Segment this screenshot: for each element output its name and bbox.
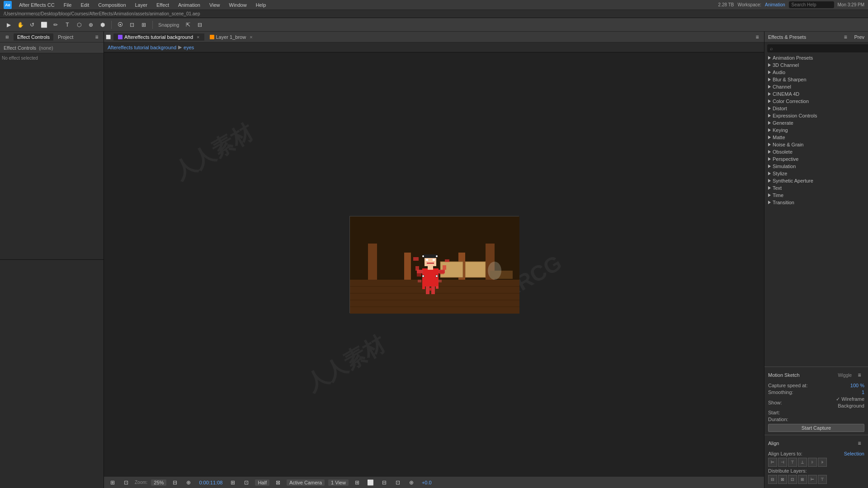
dist-center-h[interactable]: ⊠ — [778, 475, 787, 484]
dist-left[interactable]: ⊟ — [768, 475, 777, 484]
close-tab-1[interactable]: × — [197, 34, 199, 40]
expand-icon — [768, 85, 771, 89]
prev-ctrl-c[interactable]: ⊞ — [228, 478, 238, 488]
menu-edit[interactable]: Edit — [77, 1, 93, 9]
effect-group-animation-presets[interactable]: Animation Presets — [764, 54, 868, 61]
dist-top[interactable]: ⊞ — [798, 475, 807, 484]
prev-ctrl-region[interactable]: ⊡ — [121, 478, 131, 488]
effect-group-cinema4d[interactable]: CINEMA 4D — [764, 90, 868, 98]
camera-display[interactable]: Active Camera — [287, 479, 325, 486]
align-center-v[interactable]: ⊦ — [808, 458, 817, 467]
effect-group-keying[interactable]: Keying — [764, 127, 868, 134]
align-top[interactable]: ⊥ — [798, 458, 807, 467]
hand-tool[interactable]: ✋ — [15, 20, 25, 30]
prev-ctrl-h[interactable]: ⊟ — [379, 478, 389, 488]
quality-display[interactable]: Half — [255, 479, 269, 486]
watermark-1: 人人素材 — [169, 117, 258, 186]
effect-group-simulation[interactable]: Simulation — [764, 163, 868, 170]
menu-aftereffects[interactable]: After Effects CC — [15, 1, 58, 9]
dist-bottom[interactable]: ⊤ — [818, 475, 827, 484]
effect-controls-tab[interactable]: Effect Controls — [14, 33, 53, 41]
prev-ctrl-i[interactable]: ⊡ — [393, 478, 403, 488]
svg-rect-6 — [368, 244, 377, 280]
start-capture-button[interactable]: Start Capture — [768, 424, 864, 432]
align-title-text: Align — [768, 441, 779, 446]
pen-tool[interactable]: ✏ — [51, 20, 61, 30]
align-panel-menu[interactable]: ≡ — [854, 438, 864, 448]
menu-composition[interactable]: Composition — [94, 1, 129, 9]
zoom-tool[interactable]: ↺ — [27, 20, 37, 30]
prev-tab[interactable]: Prev — [854, 34, 864, 40]
effect-group-noise[interactable]: Noise & Grain — [764, 141, 868, 148]
breadcrumb-layer[interactable]: eyes — [184, 45, 194, 50]
menu-animation[interactable]: Animation — [175, 1, 204, 9]
prev-ctrl-b[interactable]: ⊕ — [184, 478, 193, 488]
menu-view[interactable]: View — [206, 1, 224, 9]
menu-file[interactable]: File — [60, 1, 75, 9]
tool-c[interactable]: ⊞ — [139, 20, 149, 30]
comp-tab-background[interactable]: Aftereffects tutorial background × — [113, 33, 204, 41]
tool-b[interactable]: ⊡ — [127, 20, 137, 30]
effect-group-synthetic[interactable]: Synthetic Aperture — [764, 177, 868, 184]
comp-panel-menu[interactable]: ≡ — [752, 32, 762, 42]
dist-right[interactable]: ⊡ — [788, 475, 797, 484]
ms-wireframe[interactable]: ✓ Wireframe — [836, 396, 864, 402]
views-display[interactable]: 1 View — [328, 479, 349, 486]
effect-group-distort[interactable]: Distort — [764, 105, 868, 112]
prev-ctrl-d[interactable]: ⊡ — [241, 478, 251, 488]
align-right[interactable]: ⊤ — [788, 458, 797, 467]
ms-background[interactable]: Background — [838, 403, 864, 408]
zoom-display[interactable]: 25% — [151, 479, 166, 486]
comp-tab-layer[interactable]: Layer 1_brow × — [205, 33, 257, 41]
svg-rect-28 — [445, 259, 449, 262]
snapping-btn[interactable]: ⇱ — [183, 20, 193, 30]
dist-center-v[interactable]: ⊢ — [808, 475, 817, 484]
effect-group-text[interactable]: Text — [764, 184, 868, 192]
align-layers-value[interactable]: Selection — [844, 451, 864, 456]
menu-layer[interactable]: Layer — [132, 1, 151, 9]
menu-window[interactable]: Window — [226, 1, 250, 9]
effects-panel-menu[interactable]: ≡ — [840, 32, 850, 42]
effect-group-matte[interactable]: Matte — [764, 134, 868, 141]
tool-a[interactable]: ⦿ — [115, 20, 125, 30]
text-tool[interactable]: T — [62, 20, 72, 30]
clone-tool[interactable]: ⊕ — [86, 20, 96, 30]
prev-ctrl-a[interactable]: ⊟ — [170, 478, 180, 488]
effect-group-channel[interactable]: Channel — [764, 83, 868, 90]
select-tool[interactable]: ▶ — [4, 20, 14, 30]
breadcrumb-comp[interactable]: Aftereffects tutorial background — [108, 45, 176, 50]
effect-group-expression[interactable]: Expression Controls — [764, 112, 868, 119]
effect-group-perspective[interactable]: Perspective — [764, 155, 868, 163]
search-help-input[interactable] — [789, 1, 834, 8]
ms-panel-menu[interactable]: ≡ — [854, 370, 864, 380]
effect-group-transition[interactable]: Transition — [764, 199, 868, 206]
puppet-tool[interactable]: ⬢ — [98, 20, 108, 30]
effect-group-blur[interactable]: Blur & Sharpen — [764, 76, 868, 83]
menu-help[interactable]: Help — [252, 1, 270, 9]
effect-group-obsolete[interactable]: Obsolete — [764, 148, 868, 155]
storage-info: 2.28 TB — [718, 2, 734, 7]
rect-tool[interactable]: ⬜ — [39, 20, 49, 30]
shape-tool[interactable]: ⬡ — [74, 20, 84, 30]
close-tab-2[interactable]: × — [250, 34, 252, 40]
effect-group-time[interactable]: Time — [764, 192, 868, 199]
effect-group-3d-channel[interactable]: 3D Channel — [764, 61, 868, 69]
ms-wiggle-tab[interactable]: Wiggle — [838, 373, 852, 378]
align-center-h[interactable]: ⊣ — [778, 458, 787, 467]
project-tab[interactable]: Project — [54, 33, 77, 41]
prev-ctrl-j[interactable]: ⊕ — [406, 478, 416, 488]
snap-grid-btn[interactable]: ⊟ — [195, 20, 205, 30]
prev-ctrl-f[interactable]: ⊞ — [352, 478, 362, 488]
prev-ctrl-e[interactable]: ⊠ — [273, 478, 283, 488]
panel-menu[interactable]: ≡ — [92, 32, 102, 42]
effect-group-audio[interactable]: Audio — [764, 69, 868, 76]
effect-group-generate[interactable]: Generate — [764, 119, 868, 127]
menu-effect[interactable]: Effect — [153, 1, 173, 9]
effect-group-stylize[interactable]: Stylize — [764, 170, 868, 177]
align-bottom[interactable]: ⊧ — [818, 458, 827, 467]
prev-ctrl-grid[interactable]: ⊞ — [108, 478, 118, 488]
effects-search-input[interactable] — [767, 44, 868, 52]
prev-ctrl-g[interactable]: ⬜ — [366, 478, 376, 488]
effect-group-colorcorrection[interactable]: Color Correction — [764, 98, 868, 105]
align-left[interactable]: ⊢ — [768, 458, 777, 467]
